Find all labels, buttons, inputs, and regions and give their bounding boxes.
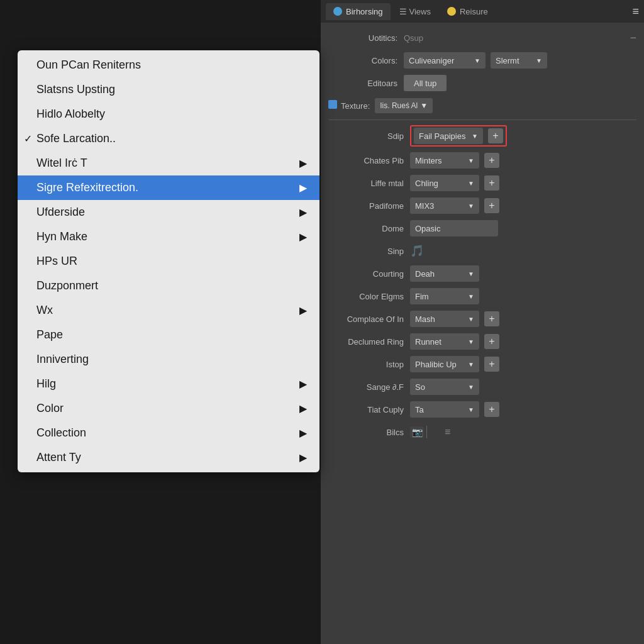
dropdown-label-complace-of-in: Mash	[415, 314, 435, 324]
submenu-arrow-icon: ▶	[299, 427, 307, 439]
menu-item-sofe[interactable]: ✓Sofe Larcation..	[18, 126, 319, 151]
submenu-arrow-icon: ▶	[299, 304, 307, 316]
property-value-container-sdip: Fail Papipies▼+	[410, 125, 507, 147]
bilcs-menu-icon[interactable]: ≡	[445, 426, 450, 438]
texture-dropdown-arrow: ▼	[420, 101, 428, 110]
menu-item-label: Witel Irċ T	[36, 157, 87, 170]
property-row-dome: DomeOpasic	[328, 219, 636, 237]
property-dropdown-sdip[interactable]: Fail Papipies▼	[414, 128, 483, 144]
property-row-color-elgms: Color ElgmsFim▼	[328, 287, 636, 305]
menu-item-sigre[interactable]: Sigre Refexitrection.▶	[18, 175, 319, 200]
submenu-arrow-icon: ▶	[299, 402, 307, 414]
dropdown-arrow-declumed-ring: ▼	[468, 338, 474, 345]
menu-item-collection[interactable]: Collection▶	[18, 421, 319, 445]
property-dropdown-tiat-cuply[interactable]: Ta▼	[410, 401, 479, 418]
menu-item-pape[interactable]: Pape	[18, 323, 319, 347]
property-dropdown-courting[interactable]: Deah▼	[410, 265, 479, 282]
property-value-container-chates-pib: Minters▼+	[410, 152, 499, 169]
dropdown-label-color-elgms: Fim	[415, 292, 429, 301]
texture-checkbox[interactable]	[328, 100, 337, 111]
property-label-istop: Istop	[328, 360, 410, 369]
all-tup-button[interactable]: All tup	[404, 75, 447, 91]
menu-item-color[interactable]: Color▶	[18, 396, 319, 421]
plus-btn-padifome[interactable]: +	[484, 198, 499, 213]
right-panel: Birhorsing ☰ Views Reisure ≡ Uotitics: Q…	[321, 0, 644, 644]
editoars-label: Editoars	[328, 79, 404, 88]
property-row-sinp: Sinp🎵	[328, 242, 636, 260]
menu-item-hps-ur[interactable]: HPs UR	[18, 249, 319, 274]
menu-item-wx[interactable]: Wx▶	[18, 298, 319, 323]
colors-row: Colors: Culiveaniger ▼ Slermt ▼	[328, 52, 636, 69]
submenu-arrow-icon: ▶	[299, 157, 307, 169]
dropdown-arrow-chates-pib: ▼	[468, 157, 474, 164]
menu-item-hilg[interactable]: Hilg▶	[18, 372, 319, 396]
menu-item-ufderside[interactable]: Ufderside▶	[18, 200, 319, 225]
colors-dropdown2[interactable]: Slermt ▼	[491, 52, 547, 69]
tab-views[interactable]: ☰ Views	[393, 4, 437, 19]
plus-btn-complace-of-in[interactable]: +	[484, 311, 499, 326]
texture-value-btn[interactable]: Iis. Rueś Al ▼	[375, 98, 433, 113]
property-dropdown-declumed-ring[interactable]: Runnet▼	[410, 333, 479, 350]
menu-item-hyn-make[interactable]: Hyn Make▶	[18, 225, 319, 249]
property-label-bilcs: Bilcs	[328, 428, 410, 437]
property-dropdown-complace-of-in[interactable]: Mash▼	[410, 311, 479, 327]
menu-item-witel[interactable]: Witel Irċ T▶	[18, 151, 319, 175]
plus-btn-chates-pib[interactable]: +	[484, 153, 499, 168]
menu-item-label: Hilg	[36, 377, 56, 391]
hamburger-icon[interactable]: ≡	[632, 5, 639, 18]
property-label-sinp: Sinp	[328, 247, 410, 256]
plus-btn-liffe-mtal[interactable]: +	[484, 175, 499, 191]
menu-item-duzponmert[interactable]: Duzponmert	[18, 274, 319, 298]
tab-reisure[interactable]: Reisure	[440, 3, 496, 20]
submenu-arrow-icon: ▶	[299, 206, 307, 218]
property-row-padifome: PadifomeMIX3▼+	[328, 197, 636, 214]
colors-label: Colors:	[328, 56, 404, 65]
property-value-container-complace-of-in: Mash▼+	[410, 311, 499, 327]
tab-birhorsing[interactable]: Birhorsing	[326, 3, 391, 20]
property-dropdown-chates-pib[interactable]: Minters▼	[410, 152, 479, 169]
menu-item-hidlo[interactable]: Hidlo Alobelty	[18, 102, 319, 126]
property-label-complace-of-in: Complace Of In	[328, 314, 410, 324]
dropdown-arrow-liffe-mtal: ▼	[468, 180, 474, 187]
property-dropdown-color-elgms[interactable]: Fim▼	[410, 288, 479, 304]
colors-dropdown1[interactable]: Culiveaniger ▼	[404, 52, 486, 69]
property-row-complace-of-in: Complace Of InMash▼+	[328, 310, 636, 328]
views-icon: ☰	[399, 7, 407, 16]
dropdown1-arrow: ▼	[474, 57, 480, 64]
property-value-container-dome: Opasic	[410, 220, 498, 236]
menu-item-label: Color	[36, 402, 64, 415]
property-value-container-sinp: 🎵	[410, 244, 424, 258]
property-value-container-padifome: MIX3▼+	[410, 197, 499, 214]
texture-row: Texture: Iis. Rueś Al ▼	[328, 97, 636, 114]
property-dropdown-padifome[interactable]: MIX3▼	[410, 197, 479, 214]
property-text-dome: Opasic	[410, 220, 498, 236]
checkbox-icon	[328, 100, 337, 109]
property-label-liffe-mtal: Liffe mtal	[328, 179, 410, 188]
tab-reisure-label: Reisure	[460, 7, 488, 16]
property-label-padifome: Padifome	[328, 201, 410, 211]
plus-btn-declumed-ring[interactable]: +	[484, 334, 499, 349]
plus-btn-istop[interactable]: +	[484, 357, 499, 372]
property-row-sdip: SdipFail Papipies▼+	[328, 125, 636, 147]
property-dropdown-sange[interactable]: So▼	[410, 379, 479, 395]
menu-item-slatsns[interactable]: Slatsns Upsting	[18, 77, 319, 102]
property-label-sdip: Sdip	[328, 131, 410, 141]
context-menu: Oun PCan ReniternsSlatsns UpstingHidlo A…	[18, 50, 319, 472]
submenu-arrow-icon: ▶	[299, 452, 307, 464]
menu-item-label: Sofe Larcation..	[36, 132, 116, 145]
minus-btn[interactable]: −	[630, 31, 636, 45]
plus-btn-sdip[interactable]: +	[488, 128, 503, 143]
property-dropdown-liffe-mtal[interactable]: Chling▼	[410, 175, 479, 191]
menu-item-oun-pcan[interactable]: Oun PCan Reniterns	[18, 53, 319, 77]
birhorsing-icon	[333, 7, 342, 16]
dropdown-arrow-sdip: ▼	[472, 133, 478, 140]
property-icon-sinp[interactable]: 🎵	[410, 244, 424, 258]
dropdown-arrow-sange: ▼	[468, 384, 474, 391]
menu-item-inniverting[interactable]: Inniverting	[18, 347, 319, 372]
menu-item-attent[interactable]: Attent Ty▶	[18, 445, 319, 470]
dropdown2-arrow: ▼	[536, 57, 542, 64]
editoars-row: Editoars All tup	[328, 74, 636, 92]
property-dropdown-istop[interactable]: Phalibic Up▼	[410, 356, 479, 372]
plus-btn-tiat-cuply[interactable]: +	[484, 402, 499, 417]
camera-icon[interactable]: 📷	[410, 426, 424, 438]
